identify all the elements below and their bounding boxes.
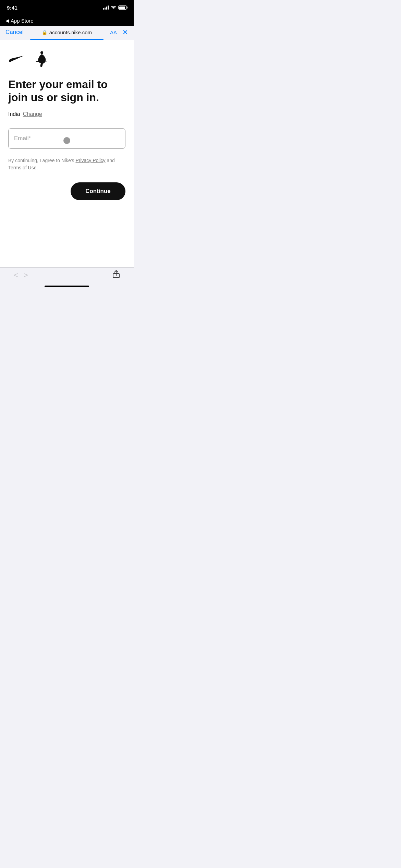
cancel-button[interactable]: Cancel	[5, 29, 24, 36]
page-heading: Enter your email to join us or sign in.	[8, 78, 125, 104]
content-filler	[8, 207, 125, 267]
legal-text-post: .	[36, 165, 38, 170]
lock-icon: 🔒	[42, 30, 47, 35]
battery-icon	[118, 5, 127, 10]
forward-nav-icon: >	[24, 271, 28, 279]
continue-row: Continue	[8, 182, 125, 200]
aa-button[interactable]: AA	[110, 29, 117, 35]
back-nav-icon: <	[14, 271, 18, 279]
email-input-container	[8, 128, 125, 149]
back-arrow-icon: ◀	[5, 18, 9, 23]
close-button[interactable]: ✕	[122, 29, 128, 36]
terms-of-use-link[interactable]: Terms of Use	[8, 165, 36, 170]
legal-text: By continuing, I agree to Nike's Privacy…	[8, 157, 125, 171]
jordan-jumpman-icon	[34, 51, 49, 68]
country-label: India	[8, 111, 20, 117]
forward-nav-button[interactable]: >	[21, 269, 31, 281]
country-row: India Change	[8, 111, 125, 117]
privacy-policy-link[interactable]: Privacy Policy	[75, 158, 105, 163]
browser-right-controls: AA ✕	[110, 29, 128, 36]
url-text: accounts.nike.com	[49, 29, 92, 35]
url-bar: 🔒 accounts.nike.com	[24, 29, 110, 35]
browser-chrome: Cancel 🔒 accounts.nike.com AA ✕	[0, 26, 134, 40]
share-icon	[112, 270, 120, 278]
page-content: Enter your email to join us or sign in. …	[0, 40, 134, 267]
back-nav-button[interactable]: <	[11, 269, 21, 281]
tab-indicator	[30, 39, 104, 40]
continue-button[interactable]: Continue	[71, 182, 125, 200]
svg-point-0	[40, 51, 43, 54]
share-button[interactable]	[110, 269, 123, 281]
input-cursor	[63, 137, 70, 144]
app-store-bar: ◀ App Store	[0, 15, 134, 26]
status-time: 9:41	[7, 5, 17, 11]
wifi-icon	[111, 5, 116, 10]
app-store-label: App Store	[11, 18, 34, 24]
bottom-toolbar: < >	[0, 267, 134, 282]
status-bar: 9:41	[0, 0, 134, 15]
signal-bars-icon	[103, 5, 109, 10]
legal-text-mid: and	[106, 158, 115, 163]
logos-row	[8, 51, 125, 68]
nike-swoosh-icon	[8, 56, 29, 64]
home-indicator	[45, 286, 89, 287]
status-icons	[103, 5, 127, 10]
change-country-button[interactable]: Change	[23, 111, 42, 117]
legal-text-pre: By continuing, I agree to Nike's	[8, 158, 75, 163]
